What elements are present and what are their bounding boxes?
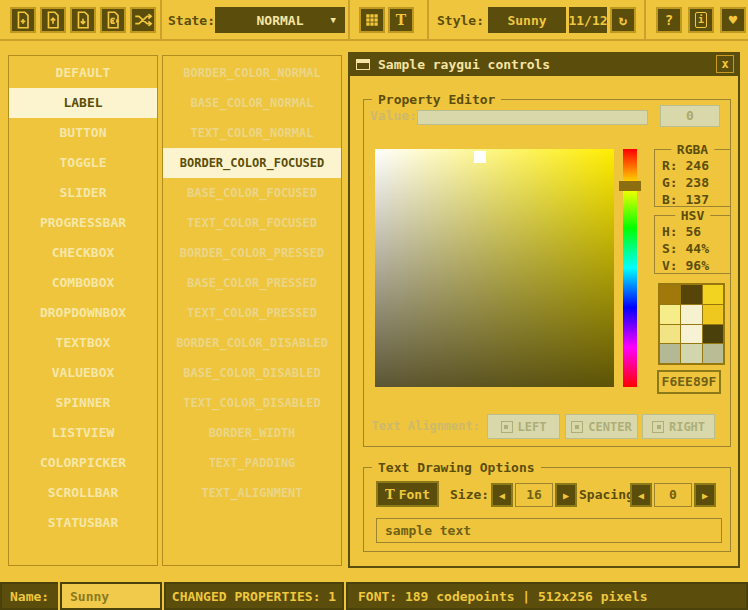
control-list-item-label: LISTVIEW [52, 425, 115, 440]
new-file-button[interactable] [10, 7, 36, 33]
control-list-item[interactable]: VALUEBOX [9, 358, 157, 388]
control-list-item[interactable]: COMBOBOX [9, 268, 157, 298]
property-list-item[interactable]: TEXT_COLOR_NORMAL [163, 118, 341, 148]
control-list-item-label: COMBOBOX [52, 275, 115, 290]
property-list-item[interactable]: TEXT_COLOR_DISABLED [163, 388, 341, 418]
property-list-item-label: BORDER_COLOR_DISABLED [176, 336, 328, 350]
control-list-item[interactable]: DROPDOWNBOX [9, 298, 157, 328]
control-list-item[interactable]: LISTVIEW [9, 418, 157, 448]
property-list-item[interactable]: BORDER_COLOR_NORMAL [163, 58, 341, 88]
control-list-item[interactable]: TOGGLE [9, 148, 157, 178]
property-list-item[interactable]: BASE_COLOR_PRESSED [163, 268, 341, 298]
property-list-item[interactable]: BORDER_WIDTH [163, 418, 341, 448]
spacing-value-box[interactable]: 0 [654, 483, 692, 507]
text-align-button[interactable]: CENTER [565, 414, 638, 439]
spacing-increase-button[interactable]: ▶ [694, 483, 716, 507]
property-list-item[interactable]: TEXT_ALIGNMENT [163, 478, 341, 508]
state-dropdown[interactable]: NORMAL ▼ [215, 7, 345, 33]
size-increase-button[interactable]: ▶ [555, 483, 577, 507]
control-list-item-label: VALUEBOX [52, 365, 115, 380]
property-list-item[interactable]: BASE_COLOR_DISABLED [163, 358, 341, 388]
control-list-item-label: LABEL [63, 95, 102, 110]
style-name-input[interactable]: Sunny [60, 582, 162, 610]
size-decrease-button[interactable]: ◀ [491, 483, 513, 507]
control-list-item-label: SPINNER [56, 395, 111, 410]
hsv-group-title: HSV [675, 208, 710, 223]
color-swatch[interactable] [660, 285, 680, 304]
color-swatch[interactable] [660, 344, 680, 363]
value-box[interactable]: 0 [660, 105, 720, 127]
style-name-value: Sunny [507, 13, 546, 28]
style-label: Style: [437, 13, 484, 28]
hue-handle[interactable] [619, 181, 641, 191]
control-list-item[interactable]: TEXTBOX [9, 328, 157, 358]
control-list-item[interactable]: SPINNER [9, 388, 157, 418]
help-button[interactable]: ? [656, 7, 682, 33]
property-list-item[interactable]: BASE_COLOR_FOCUSED [163, 178, 341, 208]
control-list-item[interactable]: PROGRESSBAR [9, 208, 157, 238]
control-list-item[interactable]: STATUSBAR [9, 508, 157, 538]
random-style-button[interactable] [130, 7, 156, 33]
controls-list: DEFAULT LABEL BUTTON TOGGLE SLIDER PROGR… [8, 55, 158, 566]
about-button[interactable]: i [688, 7, 714, 33]
control-list-item[interactable]: DEFAULT [9, 58, 157, 88]
color-swatch[interactable] [681, 325, 701, 344]
font-button[interactable]: T Font [376, 481, 439, 507]
color-swatch[interactable] [681, 285, 701, 304]
value-slider[interactable] [417, 110, 648, 125]
property-list-item[interactable]: BASE_COLOR_NORMAL [163, 88, 341, 118]
window-titlebar[interactable]: Sample raygui controls x [348, 52, 740, 76]
property-list-item[interactable]: TEXT_COLOR_PRESSED [163, 298, 341, 328]
control-list-item[interactable]: SLIDER [9, 178, 157, 208]
color-swatch[interactable] [660, 325, 680, 344]
control-list-item[interactable]: SCROLLBAR [9, 478, 157, 508]
property-list-item[interactable]: BORDER_COLOR_PRESSED [163, 238, 341, 268]
spacing-decrease-button[interactable]: ◀ [630, 483, 652, 507]
sponsor-button[interactable]: ♥ [720, 7, 746, 33]
color-swatch[interactable] [703, 325, 723, 344]
grid-view-button[interactable] [359, 7, 385, 33]
style-name-button[interactable]: Sunny [488, 7, 566, 33]
new-file-icon [13, 10, 33, 30]
property-list-item[interactable]: BORDER_COLOR_DISABLED [163, 328, 341, 358]
color-swatch[interactable] [681, 305, 701, 324]
text-align-button[interactable]: LEFT [487, 414, 560, 439]
sample-text-input[interactable]: sample text [376, 518, 722, 543]
close-button[interactable]: x [716, 55, 734, 73]
color-swatch[interactable] [660, 305, 680, 324]
save-file-button[interactable] [70, 7, 96, 33]
color-swatch[interactable] [681, 344, 701, 363]
color-saturation-value-panel[interactable] [375, 149, 614, 387]
info-icon: i [695, 12, 707, 28]
control-list-item[interactable]: COLORPICKER [9, 448, 157, 478]
chevron-left-icon: ◀ [638, 490, 644, 501]
property-list-item[interactable]: TEXT_PADDING [163, 448, 341, 478]
load-file-button[interactable] [40, 7, 66, 33]
control-list-item[interactable]: CHECKBOX [9, 238, 157, 268]
control-list-item[interactable]: BUTTON [9, 118, 157, 148]
export-file-button[interactable] [100, 7, 126, 33]
color-swatch[interactable] [703, 344, 723, 363]
color-swatch[interactable] [703, 305, 723, 324]
property-list-item-label: BASE_COLOR_DISABLED [183, 366, 320, 380]
color-swatch[interactable] [703, 285, 723, 304]
property-list-item-label: TEXT_COLOR_FOCUSED [187, 216, 317, 230]
hex-color-input[interactable]: F6EE89F [657, 370, 721, 394]
property-list-item[interactable]: BORDER_COLOR_FOCUSED [163, 148, 341, 178]
color-cursor[interactable] [474, 151, 486, 163]
value-label: Value: [370, 108, 417, 123]
control-list-item-label: PROGRESSBAR [40, 215, 126, 230]
text-icon: T [396, 13, 406, 27]
reload-style-button[interactable]: ↻ [610, 7, 636, 33]
window-icon [356, 59, 370, 70]
color-swatch-grid [658, 283, 725, 365]
control-list-item[interactable]: LABEL [9, 88, 157, 118]
size-value-box[interactable]: 16 [515, 483, 553, 507]
property-list-item-label: BASE_COLOR_NORMAL [191, 96, 314, 110]
property-list-item-label: BORDER_COLOR_NORMAL [183, 66, 320, 80]
text-align-button[interactable]: RIGHT [642, 414, 715, 439]
property-list-item[interactable]: TEXT_COLOR_FOCUSED [163, 208, 341, 238]
text-align-button-label: RIGHT [669, 420, 705, 434]
toolbar: State: NORMAL ▼ T Style: Sunny 11/12 ↻ [0, 0, 748, 41]
text-preview-button[interactable]: T [388, 7, 414, 33]
